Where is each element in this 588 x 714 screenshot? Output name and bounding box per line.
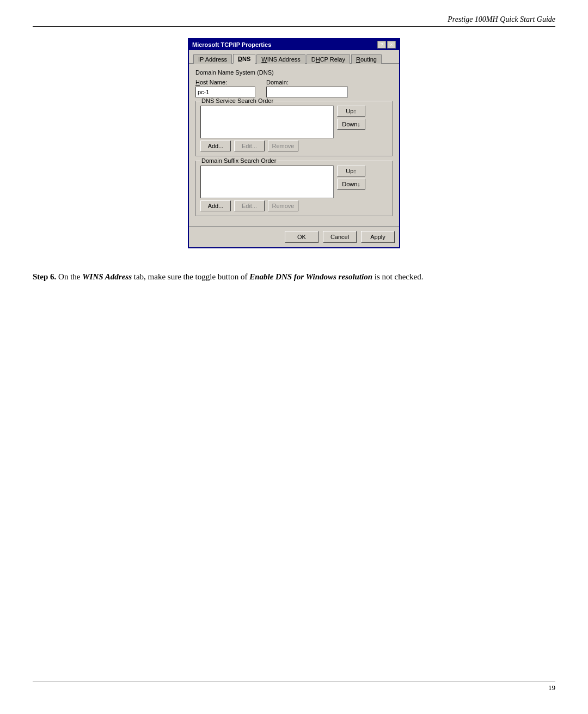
dialog-footer: OK Cancel Apply	[189, 226, 399, 247]
step-label: Step 6.	[33, 272, 56, 281]
step-middle: tab, make sure the toggle button of	[132, 272, 249, 281]
dialog-body: Domain Name System (DNS) Host Name: Doma…	[189, 64, 399, 226]
domain-suffix-label: Domain Suffix Search Order	[200, 157, 277, 164]
tab-ip-address[interactable]: IP Address	[193, 54, 232, 64]
tab-dns[interactable]: DNS	[233, 54, 255, 64]
domain-suffix-up-button[interactable]: Up↑	[337, 166, 365, 176]
step-number: 6.	[50, 272, 56, 281]
step-6-text: Step 6. On the WINS Address tab, make su…	[33, 270, 555, 283]
tab-routing[interactable]: Routing	[351, 54, 382, 64]
dns-service-listbox[interactable]	[200, 106, 334, 138]
tab-dns-label: DNS	[238, 56, 250, 62]
domain-suffix-inner: Up↑ Down↓	[200, 166, 388, 198]
tab-dhcp-label: DHCP Relay	[311, 56, 345, 63]
domain-group: Domain:	[266, 79, 348, 97]
page-number: 19	[548, 684, 555, 692]
header-rule	[33, 26, 555, 27]
domain-suffix-edit-button[interactable]: Edit...	[234, 200, 265, 211]
tab-wins-label: WINS Address	[261, 56, 301, 63]
tab-dhcp-relay[interactable]: DHCP Relay	[307, 54, 350, 64]
domain-suffix-group: Domain Suffix Search Order Up↑ Down↓ Add…	[195, 161, 393, 216]
dns-service-edit-button[interactable]: Edit...	[234, 141, 265, 151]
help-button[interactable]: ?	[377, 41, 386, 48]
dns-service-label: DNS Service Search Order	[200, 97, 274, 104]
dns-service-group: DNS Service Search Order Up↑ Down↓ Add..…	[195, 101, 393, 156]
titlebar-buttons: ? ×	[377, 41, 396, 48]
domain-suffix-down-button[interactable]: Down↓	[337, 179, 365, 190]
domain-suffix-side-buttons: Up↑ Down↓	[337, 166, 365, 198]
cancel-button[interactable]: Cancel	[323, 231, 357, 243]
host-name-label: Host Name:	[195, 79, 255, 86]
dns-service-btn-row: Add... Edit... Remove	[200, 141, 388, 151]
dialog-title: Microsoft TCP/IP Properties	[192, 41, 271, 48]
dns-service-up-button[interactable]: Up↑	[337, 106, 365, 117]
tab-wins-address[interactable]: WINS Address	[256, 54, 305, 64]
host-name-input[interactable]	[195, 87, 255, 97]
close-button[interactable]: ×	[387, 41, 396, 48]
domain-label: Domain:	[266, 79, 348, 86]
wins-address-text: WINS Address	[82, 272, 132, 281]
tabs-bar: IP Address DNS WINS Address DHCP Relay R…	[189, 50, 399, 64]
domain-input[interactable]	[266, 87, 348, 97]
domain-suffix-add-button[interactable]: Add...	[200, 200, 231, 211]
dns-service-remove-button[interactable]: Remove	[268, 141, 298, 151]
step-prefix: On the	[58, 272, 82, 281]
host-domain-row: Host Name: Domain:	[195, 79, 393, 97]
footer-rule	[33, 681, 555, 681]
tab-routing-label: Routing	[356, 56, 377, 63]
tcp-ip-properties-dialog: Microsoft TCP/IP Properties ? × IP Addre…	[188, 38, 400, 248]
dns-section-label: Domain Name System (DNS)	[195, 69, 393, 76]
dns-service-add-button[interactable]: Add...	[200, 141, 231, 151]
ok-button[interactable]: OK	[285, 231, 318, 243]
apply-button[interactable]: Apply	[361, 231, 395, 243]
domain-suffix-btn-row: Add... Edit... Remove	[200, 200, 388, 211]
dns-service-down-button[interactable]: Down↓	[337, 119, 365, 130]
step-suffix: is not checked.	[372, 272, 423, 281]
main-content: Microsoft TCP/IP Properties ? × IP Addre…	[33, 38, 555, 283]
dialog-container: Microsoft TCP/IP Properties ? × IP Addre…	[33, 38, 555, 248]
dns-service-side-buttons: Up↑ Down↓	[337, 106, 365, 138]
tab-ip-address-label: IP Address	[198, 56, 227, 63]
domain-suffix-remove-button[interactable]: Remove	[268, 200, 298, 211]
dns-service-inner: Up↑ Down↓	[200, 106, 388, 138]
host-name-group: Host Name:	[195, 79, 255, 97]
dialog-titlebar: Microsoft TCP/IP Properties ? ×	[189, 39, 399, 50]
domain-suffix-listbox[interactable]	[200, 166, 334, 198]
header-title: Prestige 100MH Quick Start Guide	[448, 15, 555, 24]
enable-dns-text: Enable DNS for Windows resolution	[249, 272, 372, 281]
